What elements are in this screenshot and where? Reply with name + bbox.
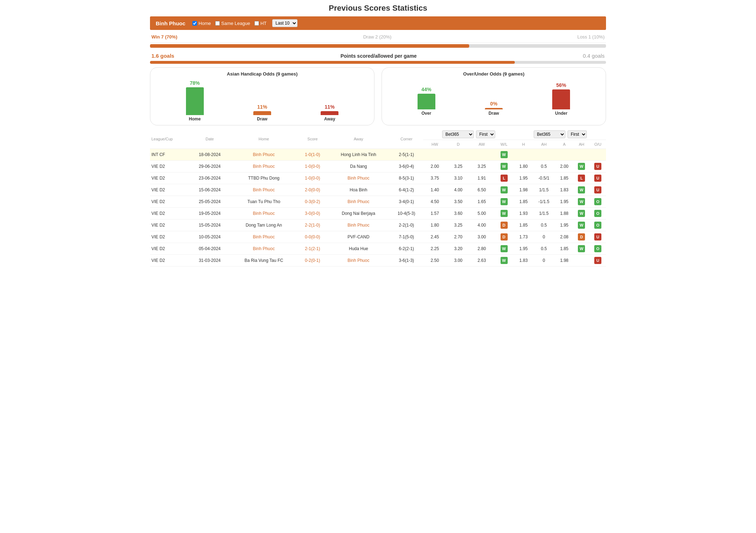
th-away: Away — [327, 129, 390, 149]
ou-badge: O — [590, 243, 606, 255]
th-a: A — [555, 140, 573, 149]
left-goals: 1.6 goals — [151, 53, 174, 59]
same-league-checkbox[interactable] — [215, 21, 220, 26]
ou-badge: U — [590, 255, 606, 266]
ou-badge-inner: O — [594, 245, 601, 252]
same-league-option[interactable]: Same League — [215, 21, 250, 26]
score: 0-2(0-1) — [305, 258, 320, 263]
ah-draw-pct: 11% — [257, 104, 267, 110]
page-title: Previous Scores Statistics — [150, 4, 606, 13]
left-type-select[interactable]: First FT — [476, 130, 495, 138]
win-stat: Win 7 (70%) — [151, 34, 177, 40]
wl-badge-inner: L — [501, 175, 508, 182]
home-option[interactable]: Home — [192, 21, 211, 26]
ah-home-bar: 78% Home — [186, 80, 204, 121]
score: 2-0(0-0) — [305, 187, 320, 192]
ah-draw-visual — [253, 111, 271, 115]
ou-badge-inner: U — [594, 175, 601, 182]
wl-badge: W — [493, 149, 514, 161]
th-bookie-right-group: Bet365 1xBet William Hill First FT — [514, 129, 606, 140]
ah2-badge-inner: W — [578, 245, 585, 252]
away-team: Hong Linh Ha Tinh — [341, 152, 376, 157]
ou-draw-bar: 0% Draw — [485, 101, 503, 116]
goals-progress — [150, 61, 606, 64]
wl-badge-inner: W — [501, 151, 508, 158]
home-team: Binh Phuoc — [253, 211, 275, 216]
table-row: INT CF18-08-2024Binh Phuoc1-0(1-0)Hong L… — [150, 149, 606, 161]
th-hw: HW — [423, 140, 447, 149]
th-h: H — [514, 140, 533, 149]
wl-badge-inner: W — [501, 186, 508, 193]
ou-badge-inner: O — [594, 210, 601, 217]
ou-badge-inner: O — [594, 198, 601, 205]
table-row: VIE D229-06-2024Binh Phuoc1-0(0-0)Da Nan… — [150, 161, 606, 172]
home-team: Binh Phuoc — [253, 187, 275, 192]
th-score: Score — [298, 129, 327, 149]
table-row: VIE D210-05-2024Binh Phuoc0-0(0-0)PVF-CA… — [150, 231, 606, 243]
ou-draw-label: Draw — [488, 111, 499, 116]
home-checkbox[interactable] — [192, 21, 197, 26]
score: 0-3(0-2) — [305, 199, 320, 204]
score: 0-0(0-0) — [305, 234, 320, 239]
goals-center-label: Points scored/allowed per game — [341, 53, 417, 59]
ou-badge: O — [590, 208, 606, 219]
ou-badge: O — [590, 196, 606, 208]
ou-over-pct: 44% — [421, 87, 431, 92]
ht-option[interactable]: HT — [254, 21, 266, 26]
ou-badge — [590, 149, 606, 161]
th-ah2: AH — [573, 140, 590, 149]
table-row: VIE D215-05-2024Dong Tam Long An2-2(1-0)… — [150, 219, 606, 231]
goals-fill — [150, 61, 515, 64]
ah-away-label: Away — [324, 117, 335, 121]
ou-over-bar: 44% Over — [418, 87, 435, 116]
right-bookie-select[interactable]: Bet365 1xBet William Hill — [534, 130, 565, 138]
th-wl: W/L — [493, 140, 514, 149]
ou-under-label: Under — [555, 111, 568, 116]
wl-badge-inner: W — [501, 210, 508, 217]
top-filter-bar: Binh Phuoc Home Same League HT Last 5 La… — [150, 16, 606, 30]
ou-over-label: Over — [421, 111, 431, 116]
home-team: TTBD Phu Dong — [248, 176, 280, 181]
right-type-select[interactable]: First FT — [568, 130, 587, 138]
asian-handicap-bars: 78% Home 11% Draw 11% Away — [157, 80, 367, 121]
ah2-badge: W — [573, 243, 590, 255]
ou-badge: O — [590, 219, 606, 231]
ou-badge-inner: U — [594, 163, 601, 170]
ah2-badge: W — [573, 196, 590, 208]
home-team: Binh Phuoc — [253, 152, 275, 157]
ah2-badge-inner: L — [578, 175, 585, 182]
ah2-badge-inner: D — [578, 233, 585, 240]
home-team: Binh Phuoc — [253, 164, 275, 169]
ou-draw-visual — [485, 108, 503, 109]
ah2-badge — [573, 149, 590, 161]
ou-over-visual — [418, 94, 435, 109]
wl-badge: L — [493, 172, 514, 184]
ah-away-bar: 11% Away — [321, 104, 338, 121]
th-league: League/Cup — [150, 129, 190, 149]
ou-badge: U — [590, 172, 606, 184]
ah2-badge-inner: W — [578, 186, 585, 193]
wl-badge-inner: D — [501, 222, 508, 229]
ou-badge: U — [590, 184, 606, 196]
th-ou: O/U — [590, 140, 606, 149]
left-bookie-select[interactable]: Bet365 1xBet William Hill — [442, 130, 474, 138]
th-home: Home — [230, 129, 298, 149]
ah2-badge-inner: W — [578, 198, 585, 205]
home-team: Ba Ria Vung Tau FC — [244, 258, 283, 263]
last-n-select[interactable]: Last 5 Last 10 Last 20 Season — [272, 19, 297, 27]
ou-under-pct: 56% — [556, 82, 566, 88]
ht-checkbox[interactable] — [254, 21, 259, 26]
table-row: VIE D205-04-2024Binh Phuoc2-1(2-1)Huda H… — [150, 243, 606, 255]
wl-badge-inner: W — [501, 198, 508, 205]
away-team: Binh Phuoc — [348, 176, 369, 181]
wl-badge: W — [493, 196, 514, 208]
wl-badge: W — [493, 255, 514, 266]
home-team: Tuan Tu Phu Tho — [248, 199, 280, 204]
wl-badge-inner: W — [501, 245, 508, 252]
wl-badge-inner: D — [501, 233, 508, 240]
wl-badge: W — [493, 243, 514, 255]
ou-under-visual — [552, 89, 570, 109]
ou-badge-inner: U — [594, 186, 601, 193]
th-corner: Corner — [390, 129, 423, 149]
ah2-badge: W — [573, 208, 590, 219]
